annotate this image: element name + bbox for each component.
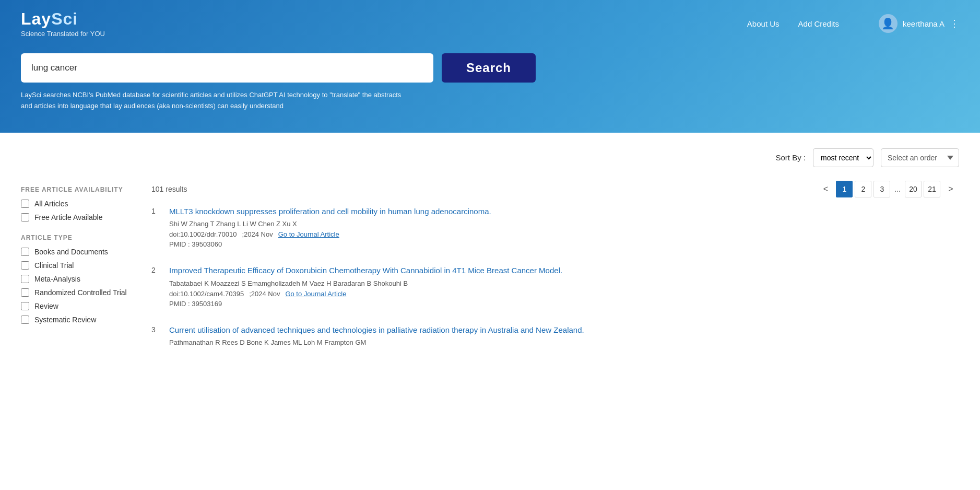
filter-item-meta-analysis: Meta-Analysis [21,275,136,283]
user-menu-icon[interactable]: ⋮ [950,18,959,29]
clinical-trial-checkbox[interactable] [21,261,29,270]
article-authors: Tabatabaei K Moazzezi S Emamgholizadeh M… [169,279,562,287]
about-us-link[interactable]: About Us [747,19,780,28]
results-area: 101 results < 1 2 3 ... 20 21 > 1 M [151,181,959,364]
review-checkbox[interactable] [21,302,29,310]
article-journal-link[interactable]: Go to Journal Article [278,230,339,238]
article-item: 3 Current utilisation of advanced techni… [151,324,954,347]
books-label: Books and Documents [34,248,108,256]
article-content: Improved Therapeutic Efficacy of Doxorub… [169,265,562,308]
logo-subtitle: Science Translated for YOU [21,30,105,38]
article-item: 2 Improved Therapeutic Efficacy of Doxor… [151,265,954,308]
search-area: Search [21,53,959,83]
article-type-filter-title: ARTICLE TYPE [21,234,136,241]
results-count: 101 results [151,185,187,193]
article-date: ;2024 Nov [249,290,280,298]
prev-page-button[interactable]: < [817,181,834,197]
logo-area: LaySci Science Translated for YOU [21,9,105,38]
systematic-review-checkbox[interactable] [21,316,29,324]
hero-section: LaySci Science Translated for YOU About … [0,0,980,133]
article-title-link[interactable]: MLLT3 knockdown suppresses proliferation… [169,207,491,216]
article-meta: doi:10.1002/cam4.70395 ;2024 Nov Go to J… [169,290,562,298]
sidebar: FREE ARTICLE AVAILABILITY All Articles F… [21,181,136,364]
sort-by-select[interactable]: most recent oldest most cited [813,148,873,167]
search-button[interactable]: Search [442,53,536,83]
sort-bar: Sort By : most recent oldest most cited … [21,143,959,176]
user-name: keerthana A [903,19,944,28]
page-1-button[interactable]: 1 [836,181,853,197]
page-20-button[interactable]: 20 [905,181,922,197]
article-date: ;2024 Nov [242,230,273,238]
article-pmid: PMID : 39503169 [169,300,562,308]
page-21-button[interactable]: 21 [924,181,940,197]
article-type-filter-section: ARTICLE TYPE Books and Documents Clinica… [21,234,136,324]
availability-filter-title: FREE ARTICLE AVAILABILITY [21,186,136,193]
systematic-review-label: Systematic Review [34,316,96,324]
article-number: 1 [151,206,161,249]
article-meta: doi:10.1002/ddr.70010 ;2024 Nov Go to Jo… [169,230,491,238]
rct-checkbox[interactable] [21,288,29,297]
filter-item-rct: Randomized Controlled Trial [21,288,136,297]
logo-sci: Sci [51,9,78,28]
filter-item-review: Review [21,302,136,310]
article-doi: doi:10.1002/cam4.70395 [169,290,244,298]
article-number: 3 [151,324,161,347]
user-area: 👤 keerthana A ⋮ [879,14,959,33]
search-input[interactable] [21,53,433,83]
nav-links: About Us Add Credits 👤 keerthana A ⋮ [747,14,959,33]
logo: LaySci [21,9,105,29]
next-page-button[interactable]: > [942,181,959,197]
main-content: Sort By : most recent oldest most cited … [0,133,980,490]
filter-item-clinical-trial: Clinical Trial [21,261,136,270]
user-avatar: 👤 [879,14,898,33]
results-header: 101 results < 1 2 3 ... 20 21 > [151,181,959,197]
articles-list: 1 MLLT3 knockdown suppresses proliferati… [151,206,959,364]
logo-lay: Lay [21,9,51,28]
free-article-checkbox[interactable] [21,213,29,221]
filter-item-systematic-review: Systematic Review [21,316,136,324]
article-title-link[interactable]: Current utilisation of advanced techniqu… [169,325,584,334]
free-article-label: Free Article Available [34,213,102,221]
filter-item-all-articles: All Articles [21,200,136,208]
order-select[interactable]: Select an order Ascending Descending [881,148,959,167]
article-authors: Shi W Zhang T Zhang L Li W Chen Z Xu X [169,220,491,228]
article-pmid: PMID : 39503060 [169,240,491,248]
review-label: Review [34,302,58,310]
page-2-button[interactable]: 2 [855,181,871,197]
search-description: LaySci searches NCBI's PubMed database f… [21,90,407,112]
content-columns: FREE ARTICLE AVAILABILITY All Articles F… [21,181,959,364]
all-articles-label: All Articles [34,200,68,208]
article-authors: Pathmanathan R Rees D Bone K James ML Lo… [169,339,584,346]
article-content: MLLT3 knockdown suppresses proliferation… [169,206,491,249]
sort-label: Sort By : [775,153,806,162]
meta-analysis-checkbox[interactable] [21,275,29,283]
meta-analysis-label: Meta-Analysis [34,275,80,283]
availability-filter-section: FREE ARTICLE AVAILABILITY All Articles F… [21,186,136,221]
article-item: 1 MLLT3 knockdown suppresses proliferati… [151,206,954,249]
page-3-button[interactable]: 3 [873,181,890,197]
article-journal-link[interactable]: Go to Journal Article [285,290,346,298]
pagination: < 1 2 3 ... 20 21 > [817,181,959,197]
article-number: 2 [151,265,161,308]
article-content: Current utilisation of advanced techniqu… [169,324,584,347]
avatar-icon: 👤 [881,17,894,30]
all-articles-checkbox[interactable] [21,200,29,208]
article-title-link[interactable]: Improved Therapeutic Efficacy of Doxorub… [169,266,562,275]
article-doi: doi:10.1002/ddr.70010 [169,230,237,238]
rct-label: Randomized Controlled Trial [34,288,127,297]
add-credits-link[interactable]: Add Credits [798,19,839,28]
filter-item-books: Books and Documents [21,248,136,256]
books-checkbox[interactable] [21,248,29,256]
pagination-ellipsis: ... [892,185,903,193]
top-nav: LaySci Science Translated for YOU About … [21,0,959,48]
filter-item-free-article: Free Article Available [21,213,136,221]
clinical-trial-label: Clinical Trial [34,261,74,270]
